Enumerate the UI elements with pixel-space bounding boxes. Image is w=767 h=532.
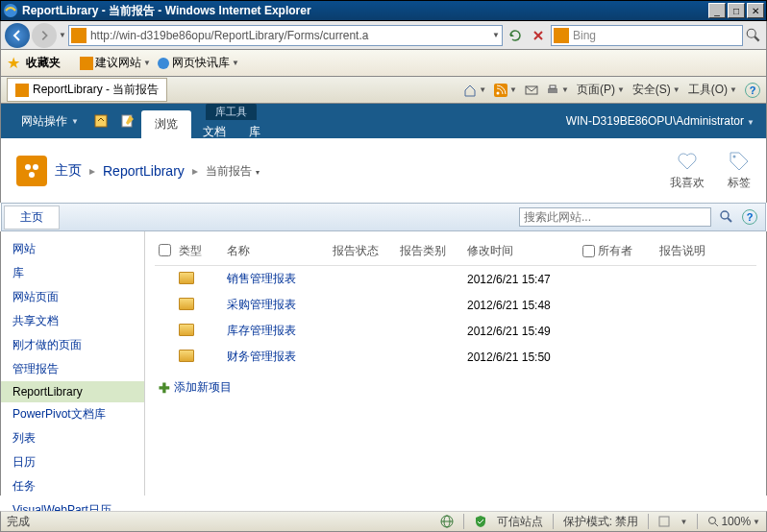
breadcrumb-area: 主页 ▸ ReportLibrary ▸ 当前报告 ▾ 我喜欢 标签 [0, 138, 767, 203]
back-button[interactable] [5, 23, 30, 48]
col-owner[interactable]: 所有者 [579, 237, 656, 266]
owner-checkbox[interactable] [582, 245, 595, 257]
home-icon [463, 84, 477, 97]
site-actions-menu[interactable]: 网站操作 ▼ [12, 109, 87, 134]
window-titlebar: ReportLibrary - 当前报告 - Windows Internet … [0, 0, 767, 21]
minimize-button[interactable]: _ [708, 3, 726, 18]
col-category[interactable]: 报告类别 [396, 237, 463, 266]
tab-documents[interactable]: 文档 [191, 120, 237, 144]
ie-home-button[interactable]: ▼ [463, 84, 486, 97]
item-name[interactable]: 销售管理报表 [223, 266, 329, 293]
tab-browse[interactable]: 浏览 [141, 110, 191, 138]
site-favicon-icon [71, 28, 87, 43]
tag-icon [728, 150, 751, 173]
table-row[interactable]: 销售管理报表2012/6/21 15:47 [155, 266, 756, 293]
svg-point-13 [29, 172, 35, 178]
item-name[interactable]: 财务管理报表 [223, 344, 329, 370]
status-dropdown[interactable]: ▼ [680, 518, 687, 526]
svg-point-14 [733, 156, 736, 158]
table-row[interactable]: 库存管理报表2012/6/21 15:49 [155, 318, 756, 344]
quicklaunch-item[interactable]: 任务 [1, 474, 144, 498]
quicklaunch-item[interactable]: 库 [1, 261, 144, 285]
favorites-label[interactable]: 收藏夹 [26, 55, 61, 71]
col-modified[interactable]: 修改时间 [463, 237, 579, 266]
site-logo-icon[interactable] [16, 156, 47, 186]
address-bar[interactable]: http://win-d319be86opu/ReportLibrary/For… [68, 25, 503, 46]
col-desc[interactable]: 报告说明 [656, 237, 756, 266]
favorites-star-icon[interactable]: ★ [7, 54, 20, 72]
rss-icon [494, 84, 507, 97]
browser-statusbar: 完成 可信站点 保护模式: 禁用 ▼ 100% ▼ [0, 511, 767, 532]
ie-tools-menu[interactable]: 工具(O)▼ [688, 82, 737, 98]
browser-search-bar[interactable] [551, 25, 743, 46]
popup-blocker-icon[interactable] [658, 516, 670, 527]
main-content: 网站库网站页面共享文档刚才做的页面管理报告ReportLibraryPowerP… [0, 231, 767, 496]
suggested-sites-link[interactable]: 建议网站 ▼ [80, 55, 151, 71]
search-go-button[interactable] [745, 27, 762, 44]
chevron-right-icon: ▸ [89, 164, 95, 178]
nav-history-dropdown[interactable]: ▼ [59, 31, 66, 39]
user-menu[interactable]: WIN-D319BE86OPU\Administrator ▼ [566, 114, 755, 128]
add-new-item[interactable]: ✚添加新项目 [155, 370, 756, 405]
col-type[interactable]: 类型 [175, 237, 223, 266]
list-view: 类型 名称 报告状态 报告类别 修改时间 所有者 报告说明 销售管理报表2012… [145, 231, 766, 496]
folder-icon [179, 324, 194, 336]
item-modified: 2012/6/21 15:48 [463, 292, 579, 318]
ie-print-button[interactable]: ▼ [546, 84, 569, 97]
tab-group-title: 库工具 [206, 104, 257, 120]
col-name[interactable]: 名称 [223, 237, 329, 266]
quicklaunch-item[interactable]: 网站 [1, 237, 144, 261]
svg-point-21 [709, 518, 716, 524]
select-all-checkbox[interactable] [159, 244, 171, 256]
navigate-up-icon[interactable] [93, 113, 109, 129]
breadcrumb-library[interactable]: ReportLibrary [103, 163, 185, 179]
tab-library[interactable]: 库 [237, 120, 272, 144]
search-go-icon[interactable] [719, 209, 734, 225]
ie-help-button[interactable]: ? [745, 83, 760, 98]
close-button[interactable]: ✕ [747, 3, 764, 18]
quickinfo-link[interactable]: 网页快讯库 ▼ [157, 55, 239, 71]
tags-button[interactable]: 标签 [728, 150, 751, 191]
ie-small-icon [157, 57, 170, 70]
ie-safety-menu[interactable]: 安全(S)▼ [632, 82, 680, 98]
quicklaunch-item[interactable]: 共享文档 [1, 309, 144, 333]
quicklaunch-item[interactable]: 日历 [1, 450, 144, 474]
item-modified: 2012/6/21 15:47 [463, 266, 579, 293]
url-dropdown[interactable]: ▼ [492, 31, 500, 39]
ie-feeds-button[interactable]: ▼ [494, 84, 517, 97]
item-name[interactable]: 采购管理报表 [223, 292, 329, 318]
quicklaunch-item[interactable]: PowerPivot文档库 [1, 402, 144, 426]
sp-ribbon: 网站操作 ▼ 浏览 库工具 文档 库 WIN-D319BE86OPU\Admin… [0, 104, 767, 138]
site-search-input[interactable] [519, 207, 711, 227]
stop-button[interactable] [529, 26, 548, 45]
table-row[interactable]: 财务管理报表2012/6/21 15:50 [155, 344, 756, 370]
table-row[interactable]: 采购管理报表2012/6/21 15:48 [155, 292, 756, 318]
window-title: ReportLibrary - 当前报告 - Windows Internet … [22, 3, 708, 19]
i-like-it-button[interactable]: 我喜欢 [670, 150, 705, 191]
item-name[interactable]: 库存管理报表 [223, 318, 329, 344]
refresh-button[interactable] [506, 26, 525, 45]
heart-icon [676, 150, 699, 173]
sp-help-button[interactable]: ? [742, 209, 757, 225]
zoom-icon [707, 516, 719, 527]
report-table: 类型 名称 报告状态 报告类别 修改时间 所有者 报告说明 销售管理报表2012… [155, 237, 756, 370]
quicklaunch-item[interactable]: 列表 [1, 426, 144, 450]
ie-mail-button[interactable] [525, 84, 538, 97]
edit-page-icon[interactable] [120, 113, 136, 129]
quicklaunch-item[interactable]: 网站页面 [1, 285, 144, 309]
zoom-control[interactable]: 100% ▼ [707, 515, 760, 528]
quicklaunch-item[interactable]: 刚才做的页面 [1, 333, 144, 357]
status-protected: 保护模式: 禁用 [563, 514, 639, 530]
svg-point-11 [25, 164, 31, 170]
maximize-button[interactable]: □ [728, 3, 745, 18]
browser-search-input[interactable] [573, 29, 740, 42]
forward-button[interactable] [32, 23, 57, 48]
item-modified: 2012/6/21 15:49 [463, 318, 579, 344]
browser-tab[interactable]: ReportLibrary - 当前报告 [7, 78, 167, 102]
col-status[interactable]: 报告状态 [329, 237, 396, 266]
topnav-home[interactable]: 主页 [4, 206, 60, 230]
breadcrumb-home[interactable]: 主页 [55, 162, 82, 180]
quicklaunch-item[interactable]: 管理报告 [1, 357, 144, 381]
ie-page-menu[interactable]: 页面(P)▼ [577, 82, 625, 98]
quicklaunch-item[interactable]: ReportLibrary [1, 381, 144, 402]
